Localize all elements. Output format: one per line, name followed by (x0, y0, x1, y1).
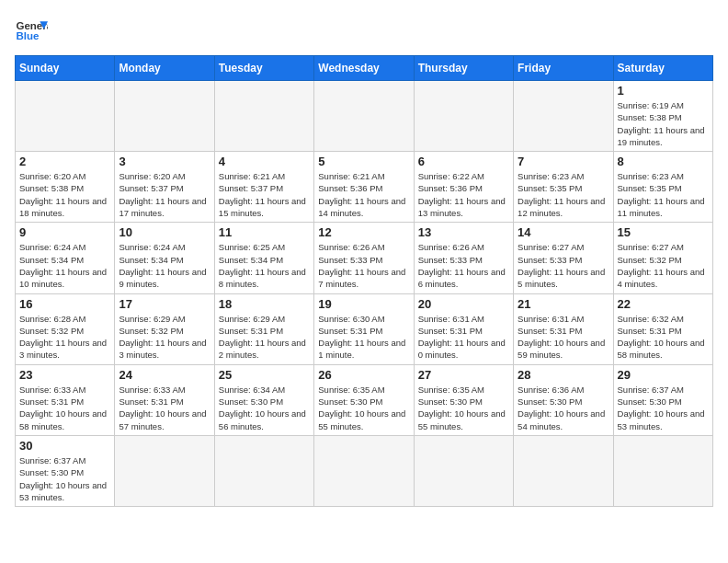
day-number: 12 (318, 225, 409, 239)
day-info: Sunrise: 6:21 AM Sunset: 5:37 PM Dayligh… (219, 170, 310, 219)
day-number: 10 (119, 225, 210, 239)
day-info: Sunrise: 6:20 AM Sunset: 5:37 PM Dayligh… (119, 170, 210, 219)
calendar-cell: 25Sunrise: 6:34 AM Sunset: 5:30 PM Dayli… (214, 364, 313, 435)
calendar-cell (214, 435, 313, 506)
day-number: 15 (618, 225, 709, 239)
day-info: Sunrise: 6:24 AM Sunset: 5:34 PM Dayligh… (19, 241, 110, 290)
day-number: 4 (219, 155, 310, 168)
header: General Blue (15, 15, 713, 48)
calendar-cell: 29Sunrise: 6:37 AM Sunset: 5:30 PM Dayli… (613, 364, 712, 435)
day-number: 11 (219, 225, 310, 239)
day-info: Sunrise: 6:32 AM Sunset: 5:31 PM Dayligh… (618, 313, 709, 362)
calendar-week-row: 2Sunrise: 6:20 AM Sunset: 5:38 PM Daylig… (16, 152, 713, 223)
day-number: 24 (119, 368, 210, 382)
calendar-cell: 12Sunrise: 6:26 AM Sunset: 5:33 PM Dayli… (314, 223, 414, 293)
day-number: 14 (518, 225, 609, 239)
calendar-cell (414, 435, 513, 506)
calendar-cell (115, 435, 214, 506)
day-number: 8 (618, 155, 709, 168)
calendar-cell: 2Sunrise: 6:20 AM Sunset: 5:38 PM Daylig… (16, 152, 115, 223)
svg-text:Blue: Blue (16, 30, 40, 41)
day-number: 6 (418, 155, 509, 168)
calendar-header-thursday: Thursday (414, 56, 513, 81)
calendar-cell: 18Sunrise: 6:29 AM Sunset: 5:31 PM Dayli… (214, 293, 313, 364)
day-number: 9 (19, 225, 110, 239)
calendar-cell: 16Sunrise: 6:28 AM Sunset: 5:32 PM Dayli… (16, 293, 115, 364)
day-info: Sunrise: 6:33 AM Sunset: 5:31 PM Dayligh… (119, 384, 210, 432)
day-info: Sunrise: 6:24 AM Sunset: 5:34 PM Dayligh… (119, 241, 210, 290)
day-info: Sunrise: 6:28 AM Sunset: 5:32 PM Dayligh… (19, 313, 110, 362)
day-number: 23 (19, 368, 110, 382)
calendar-cell: 26Sunrise: 6:35 AM Sunset: 5:30 PM Dayli… (314, 364, 414, 435)
day-number: 21 (518, 297, 609, 311)
day-number: 19 (318, 297, 409, 311)
day-info: Sunrise: 6:23 AM Sunset: 5:35 PM Dayligh… (618, 170, 709, 219)
calendar-cell: 3Sunrise: 6:20 AM Sunset: 5:37 PM Daylig… (115, 152, 214, 223)
day-number: 20 (418, 297, 509, 311)
calendar-cell (214, 81, 313, 152)
day-number: 29 (618, 368, 709, 382)
calendar-header-saturday: Saturday (613, 56, 712, 81)
calendar-cell: 24Sunrise: 6:33 AM Sunset: 5:31 PM Dayli… (115, 364, 214, 435)
day-number: 22 (618, 297, 709, 311)
calendar-cell (16, 81, 115, 152)
calendar-week-row: 30Sunrise: 6:37 AM Sunset: 5:30 PM Dayli… (16, 435, 713, 506)
calendar-cell (115, 81, 214, 152)
day-number: 5 (318, 155, 409, 168)
calendar-header-monday: Monday (115, 56, 214, 81)
day-number: 3 (119, 155, 210, 168)
calendar-week-row: 23Sunrise: 6:33 AM Sunset: 5:31 PM Dayli… (16, 364, 713, 435)
day-info: Sunrise: 6:31 AM Sunset: 5:31 PM Dayligh… (518, 313, 609, 362)
day-number: 17 (119, 297, 210, 311)
calendar-cell: 6Sunrise: 6:22 AM Sunset: 5:36 PM Daylig… (414, 152, 513, 223)
calendar-cell: 13Sunrise: 6:26 AM Sunset: 5:33 PM Dayli… (414, 223, 513, 293)
day-info: Sunrise: 6:36 AM Sunset: 5:30 PM Dayligh… (518, 384, 609, 432)
day-number: 18 (219, 297, 310, 311)
day-number: 26 (318, 368, 409, 382)
day-number: 16 (19, 297, 110, 311)
logo-icon: General Blue (15, 15, 48, 48)
calendar-cell (613, 435, 712, 506)
day-number: 2 (19, 155, 110, 168)
calendar-cell: 30Sunrise: 6:37 AM Sunset: 5:30 PM Dayli… (16, 435, 115, 506)
day-info: Sunrise: 6:29 AM Sunset: 5:32 PM Dayligh… (119, 313, 210, 362)
calendar-header-friday: Friday (514, 56, 613, 81)
calendar-cell: 5Sunrise: 6:21 AM Sunset: 5:36 PM Daylig… (314, 152, 414, 223)
day-info: Sunrise: 6:37 AM Sunset: 5:30 PM Dayligh… (19, 454, 110, 503)
calendar-cell: 20Sunrise: 6:31 AM Sunset: 5:31 PM Dayli… (414, 293, 513, 364)
day-number: 30 (19, 439, 110, 453)
day-info: Sunrise: 6:35 AM Sunset: 5:30 PM Dayligh… (418, 384, 509, 432)
calendar-cell: 22Sunrise: 6:32 AM Sunset: 5:31 PM Dayli… (613, 293, 712, 364)
calendar-cell: 8Sunrise: 6:23 AM Sunset: 5:35 PM Daylig… (613, 152, 712, 223)
day-number: 13 (418, 225, 509, 239)
calendar-cell: 28Sunrise: 6:36 AM Sunset: 5:30 PM Dayli… (514, 364, 613, 435)
day-info: Sunrise: 6:26 AM Sunset: 5:33 PM Dayligh… (318, 241, 409, 290)
day-number: 27 (418, 368, 509, 382)
calendar-cell: 23Sunrise: 6:33 AM Sunset: 5:31 PM Dayli… (16, 364, 115, 435)
day-number: 7 (518, 155, 609, 168)
day-info: Sunrise: 6:35 AM Sunset: 5:30 PM Dayligh… (318, 384, 409, 432)
day-info: Sunrise: 6:19 AM Sunset: 5:38 PM Dayligh… (618, 99, 709, 148)
calendar-cell: 9Sunrise: 6:24 AM Sunset: 5:34 PM Daylig… (16, 223, 115, 293)
day-info: Sunrise: 6:27 AM Sunset: 5:32 PM Dayligh… (618, 241, 709, 290)
calendar-cell: 27Sunrise: 6:35 AM Sunset: 5:30 PM Dayli… (414, 364, 513, 435)
day-number: 28 (518, 368, 609, 382)
calendar-cell: 7Sunrise: 6:23 AM Sunset: 5:35 PM Daylig… (514, 152, 613, 223)
day-info: Sunrise: 6:34 AM Sunset: 5:30 PM Dayligh… (219, 384, 310, 432)
day-info: Sunrise: 6:27 AM Sunset: 5:33 PM Dayligh… (518, 241, 609, 290)
day-info: Sunrise: 6:31 AM Sunset: 5:31 PM Dayligh… (418, 313, 509, 362)
calendar-cell (314, 435, 414, 506)
calendar-cell: 1Sunrise: 6:19 AM Sunset: 5:38 PM Daylig… (613, 81, 712, 152)
logo: General Blue (15, 15, 48, 48)
day-info: Sunrise: 6:23 AM Sunset: 5:35 PM Dayligh… (518, 170, 609, 219)
calendar-week-row: 1Sunrise: 6:19 AM Sunset: 5:38 PM Daylig… (16, 81, 713, 152)
calendar-week-row: 16Sunrise: 6:28 AM Sunset: 5:32 PM Dayli… (16, 293, 713, 364)
day-info: Sunrise: 6:26 AM Sunset: 5:33 PM Dayligh… (418, 241, 509, 290)
calendar-header-wednesday: Wednesday (314, 56, 414, 81)
day-info: Sunrise: 6:37 AM Sunset: 5:30 PM Dayligh… (618, 384, 709, 432)
calendar-header-tuesday: Tuesday (214, 56, 313, 81)
day-info: Sunrise: 6:25 AM Sunset: 5:34 PM Dayligh… (219, 241, 310, 290)
calendar-header-row: SundayMondayTuesdayWednesdayThursdayFrid… (16, 56, 713, 81)
day-number: 25 (219, 368, 310, 382)
calendar-cell: 19Sunrise: 6:30 AM Sunset: 5:31 PM Dayli… (314, 293, 414, 364)
